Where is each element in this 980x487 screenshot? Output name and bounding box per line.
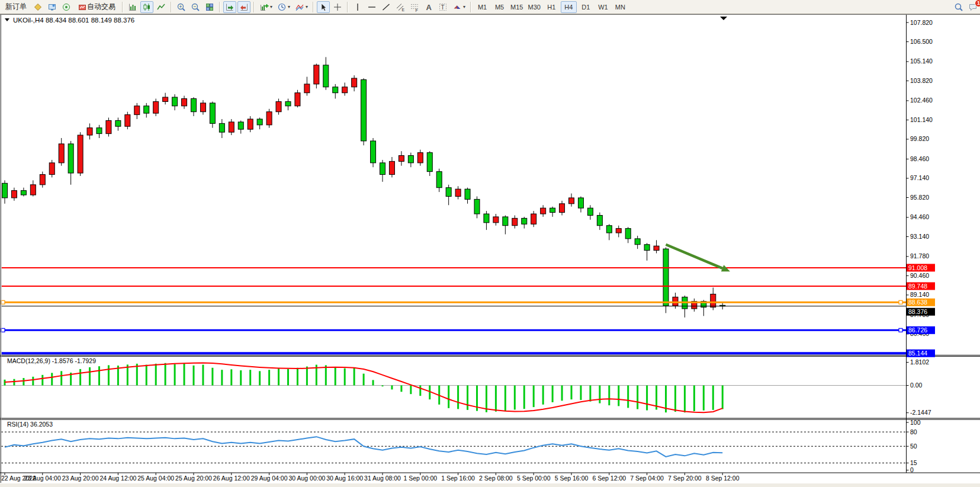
macd-histogram-bar [400, 386, 402, 392]
bear-candle [503, 217, 508, 226]
bull-candle [541, 208, 546, 214]
bear-candle [474, 199, 480, 214]
bear-candle [550, 208, 555, 212]
macd-histogram-bar [136, 364, 138, 386]
bull-candle [125, 115, 130, 127]
bottom-strip [0, 483, 980, 487]
bull-candle [342, 87, 348, 93]
macd-histogram-bar [79, 369, 81, 386]
macd-histogram-bar [344, 369, 346, 386]
price-label-text: 86.726 [908, 326, 927, 334]
macd-histogram-bar [60, 371, 62, 385]
bear-candle [172, 97, 178, 106]
price-tick-label: 93.140 [910, 233, 929, 240]
bull-candle [531, 214, 536, 224]
macd-tick-label: 1.8102 [910, 358, 929, 366]
bear-candle [578, 198, 583, 208]
rsi-tick-label: 50 [910, 443, 917, 450]
bear-candle [380, 163, 385, 175]
time-tick-label: 23 Aug 20:00 [62, 475, 99, 482]
macd-histogram-bar [259, 371, 261, 385]
bear-candle [436, 172, 442, 188]
bull-candle [673, 297, 678, 306]
macd-histogram-bar [363, 374, 365, 386]
bull-candle [153, 101, 159, 113]
bull-candle [266, 112, 272, 125]
bull-candle [59, 144, 64, 163]
chart-title: UKOil-,H4 88.434 88.601 88.149 88.376 [5, 17, 134, 24]
macd-histogram-bar [211, 368, 213, 386]
macd-histogram-bar [382, 386, 384, 387]
bear-candle [68, 144, 73, 173]
bear-candle [333, 87, 338, 93]
bull-candle [389, 161, 394, 174]
hline-handle[interactable] [1, 328, 5, 332]
bull-candle [11, 191, 17, 198]
macd-histogram-bar [608, 386, 610, 406]
bear-candle [446, 188, 451, 197]
mt4-terminal: 新订单自动交易▾▾▾EFAT▾M1M5M15M30H1H4D1W1MN1 107… [0, 0, 980, 487]
macd-histogram-bar [533, 386, 535, 408]
time-tick-label: 25 Aug 20:00 [175, 475, 212, 482]
time-tick-label: 30 Aug 16:00 [326, 475, 363, 482]
macd-histogram-bar [230, 369, 232, 385]
macd-histogram-bar [599, 386, 600, 403]
bear-candle [371, 141, 376, 163]
macd-histogram-bar [391, 386, 393, 390]
price-tick-label: 95.820 [910, 194, 929, 201]
macd-histogram-bar [287, 369, 289, 386]
bear-candle [625, 229, 631, 239]
macd-histogram-bar [712, 386, 714, 410]
macd-histogram-bar [165, 363, 166, 386]
bear-candle [484, 214, 489, 223]
bear-candle [238, 122, 243, 129]
price-tick-label: 102.460 [910, 97, 933, 104]
macd-histogram-bar [505, 386, 506, 411]
bull-candle [314, 65, 319, 84]
bull-candle [304, 84, 310, 93]
price-tick-label: 90.460 [910, 272, 929, 279]
macd-label: MACD(12,26,9) -1.8576 -1.7929 [7, 357, 96, 364]
macd-histogram-bar [722, 386, 724, 409]
macd-histogram-bar [580, 386, 581, 401]
bull-candle [163, 97, 168, 101]
price-tick-label: 94.460 [910, 213, 929, 220]
macd-histogram-bar [306, 367, 308, 386]
bull-candle [248, 119, 253, 129]
macd-tick-label: -2.1447 [910, 409, 931, 416]
macd-histogram-bar [448, 386, 449, 408]
hline-handle[interactable] [1, 300, 5, 304]
bear-candle [522, 218, 527, 224]
bear-candle [285, 101, 291, 105]
bull-candle [87, 128, 92, 135]
macd-histogram-bar [495, 386, 497, 412]
macd-histogram-bar [457, 386, 459, 409]
time-tick-label: 6 Sep 12:00 [592, 475, 626, 482]
macd-histogram-bar [410, 386, 412, 395]
bull-candle [276, 101, 281, 111]
price-tick-label: 99.820 [910, 135, 929, 142]
hline-handle[interactable] [899, 300, 902, 304]
macd-histogram-bar [467, 386, 468, 410]
price-label-text: 88.638 [908, 299, 927, 306]
bull-candle [30, 185, 36, 195]
macd-histogram-bar [146, 365, 147, 386]
macd-histogram-bar [646, 386, 648, 411]
bull-candle [512, 218, 518, 225]
price-label-text: 85.144 [908, 350, 927, 357]
macd-histogram-bar [354, 368, 355, 386]
price-tick-label: 107.820 [910, 19, 933, 26]
rsi-tick-label: 0 [910, 466, 914, 473]
bear-candle [644, 245, 650, 251]
bear-candle [210, 103, 215, 123]
bull-candle [40, 175, 45, 185]
bull-candle [569, 198, 574, 204]
hline-handle[interactable] [899, 328, 902, 332]
time-tick-label: 23 Aug 04:00 [24, 475, 61, 482]
rsi-label: RSI(14) 36.2053 [7, 421, 53, 428]
macd-tick-label: 0.00 [910, 382, 923, 389]
time-tick-label: 5 Sep 00:00 [517, 475, 551, 482]
symbol-period-label: UKOil-,H4 88.434 88.601 88.149 88.376 [13, 17, 134, 24]
price-label-text: 91.008 [908, 264, 927, 271]
macd-histogram-bar [703, 386, 705, 411]
